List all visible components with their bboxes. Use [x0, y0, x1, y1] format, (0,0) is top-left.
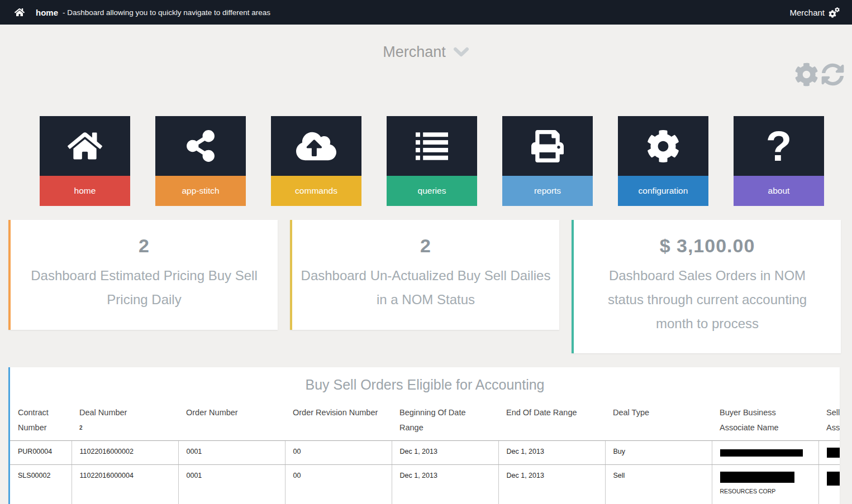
cell-order-revision-number: 00	[285, 440, 392, 464]
cell-beginning-of-date-range: Dec 1, 2013	[392, 464, 498, 504]
user-menu[interactable]: Merchant	[789, 7, 841, 18]
tile-configuration-icon-box	[618, 116, 708, 176]
home-icon[interactable]	[15, 8, 25, 17]
cell-deal-number: 11022016000004	[72, 464, 178, 504]
tile-app-stitch-icon-box	[155, 116, 246, 176]
redacted-text-bar	[720, 472, 794, 483]
context-dropdown[interactable]: Merchant	[383, 25, 469, 61]
cloud-upload-icon	[296, 130, 336, 162]
redacted-text-bar	[827, 448, 840, 458]
chevron-down-icon	[453, 47, 469, 57]
tile-queries[interactable]: queries	[387, 116, 477, 206]
cell-order-number: 0001	[178, 440, 285, 464]
tile-label: app-stitch	[155, 176, 246, 206]
top-bar: home - Dashboard allowing you to quickly…	[0, 0, 852, 25]
breadcrumb-page: home	[36, 8, 58, 17]
stat-value: 2	[11, 235, 278, 257]
tile-configuration[interactable]: configuration	[618, 116, 708, 206]
home-icon	[68, 131, 102, 161]
col-buyer-business-associate-name: Buyer BusinessAssociate Name	[712, 400, 818, 440]
redacted-text-bar	[827, 472, 840, 486]
cell-end-of-date-range: Dec 1, 2013	[498, 464, 605, 504]
tile-commands-icon-box	[271, 116, 361, 176]
page-title: Merchant	[383, 44, 446, 61]
col-order-number: Order Number	[178, 400, 285, 440]
stat-cards: 2 Dashboard Estimated Pricing Buy Sell P…	[8, 220, 844, 353]
cell-order-number: 0001	[178, 464, 285, 504]
redacted-text-bar	[720, 449, 803, 457]
breadcrumb-description: - Dashboard allowing you to quickly navi…	[63, 8, 270, 17]
tile-label: commands	[271, 176, 361, 206]
tile-queries-icon-box	[387, 116, 477, 176]
question-icon: ?	[766, 125, 792, 167]
cell-beginning-of-date-range: Dec 1, 2013	[392, 440, 498, 464]
col-contract-number: ContractNumber	[10, 400, 72, 440]
cell-end-of-date-range: Dec 1, 2013	[498, 440, 605, 464]
tile-label: reports	[502, 176, 593, 206]
stat-card-sales-orders: $ 3,100.00 Dashboard Sales Orders in NOM…	[572, 220, 841, 353]
printer-icon	[531, 130, 564, 162]
settings-gear-icon[interactable]	[794, 63, 818, 87]
tile-app-stitch[interactable]: app-stitch	[155, 116, 246, 206]
stat-description: Dashboard Un-Actualized Buy Sell Dailies…	[292, 263, 559, 311]
col-beginning-of-date-range: Beginning Of DateRange	[392, 400, 498, 440]
stat-card-estimated-pricing: 2 Dashboard Estimated Pricing Buy Sell P…	[8, 220, 278, 330]
tile-reports-icon-box	[502, 116, 593, 176]
tile-label: configuration	[618, 176, 708, 206]
stat-value: $ 3,100.00	[574, 235, 841, 257]
tile-about[interactable]: ? about	[734, 116, 824, 206]
table-row: PUR00004 11022016000002 0001 00 Dec 1, 2…	[10, 440, 840, 464]
tile-home-icon-box	[40, 116, 130, 176]
cell-contract-number: SLS00002	[10, 464, 72, 504]
cell-contract-number: PUR00004	[10, 440, 72, 464]
tile-about-icon-box: ?	[734, 116, 824, 176]
col-end-of-date-range: End Of Date Range	[498, 400, 605, 440]
refresh-icon[interactable]	[821, 63, 844, 86]
stat-description: Dashboard Estimated Pricing Buy Sell Pri…	[11, 263, 278, 311]
col-deal-type: Deal Type	[605, 400, 712, 440]
table-row: SLS00002 11022016000004 0001 00 Dec 1, 2…	[10, 464, 840, 504]
stat-value: 2	[292, 235, 559, 257]
share-icon	[187, 130, 215, 162]
nav-tiles: home app-stitch commands queries reports	[40, 116, 852, 206]
cell-deal-type: Buy	[605, 440, 712, 464]
col-order-revision-number: Order Revision Number	[285, 400, 392, 440]
orders-table-title: Buy Sell Orders Eligible for Accounting	[10, 367, 840, 393]
tile-label: about	[734, 176, 824, 206]
cell-deal-type: Sell	[605, 464, 712, 504]
user-menu-label: Merchant	[789, 8, 825, 17]
cell-buyer-business-associate-name	[712, 440, 818, 464]
tile-label: queries	[387, 176, 477, 206]
cell-buyer-business-associate-name: RESOURCES CORP	[712, 464, 818, 504]
col-deal-number: Deal Number2	[72, 400, 178, 440]
cell-seller-business-associate-name	[818, 440, 840, 464]
gear-icon	[646, 129, 680, 163]
buyer-name-visible-text: RESOURCES CORP	[720, 488, 811, 495]
tile-commands[interactable]: commands	[271, 116, 361, 206]
stat-description: Dashboard Sales Orders in NOM status thr…	[574, 263, 841, 335]
orders-table-header-row: ContractNumber Deal Number2 Order Number…	[10, 400, 840, 440]
cell-deal-number: 11022016000002	[72, 440, 178, 464]
col-seller-business-associate-name: Seller BusinessAssociate Name	[818, 400, 840, 440]
tile-label: home	[40, 176, 130, 206]
orders-table: ContractNumber Deal Number2 Order Number…	[10, 400, 840, 504]
cell-order-revision-number: 00	[285, 464, 392, 504]
tile-reports[interactable]: reports	[502, 116, 593, 206]
cogs-icon	[829, 7, 841, 18]
tile-home[interactable]: home	[40, 116, 130, 206]
page-header: Merchant	[0, 25, 852, 67]
stat-card-unactualized: 2 Dashboard Un-Actualized Buy Sell Daili…	[290, 220, 559, 330]
cell-seller-business-associate-name	[818, 464, 840, 504]
header-actions	[794, 63, 844, 87]
list-icon	[416, 132, 448, 160]
orders-table-section: Buy Sell Orders Eligible for Accounting …	[8, 367, 840, 504]
